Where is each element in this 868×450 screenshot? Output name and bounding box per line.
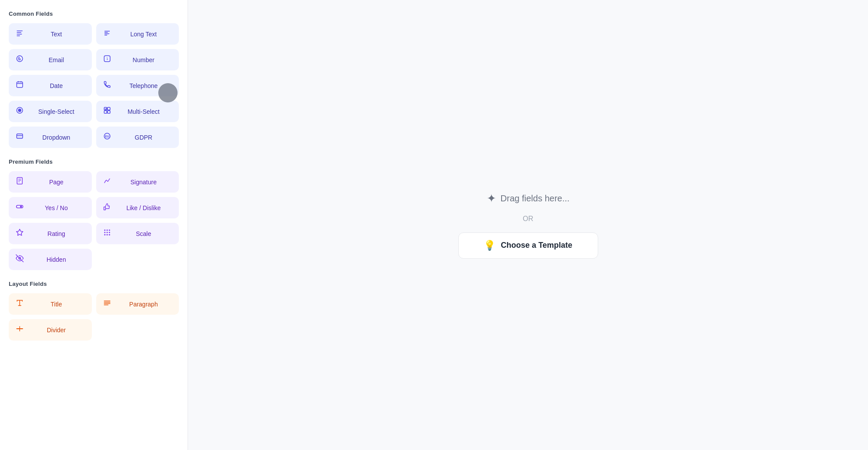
paragraph-icon [103,299,111,309]
like-dislike-icon [103,203,111,213]
svg-rect-18 [17,134,23,139]
svg-point-28 [20,206,22,208]
text-icon [16,29,24,39]
svg-point-31 [106,229,108,231]
field-label: Long Text [115,31,172,38]
layout-fields-title: Layout Fields [9,281,179,287]
field-label: GDPR [115,134,172,141]
field-btn-signature[interactable]: Signature [96,171,179,193]
drag-hint-text: Drag fields here... [501,193,570,204]
scale-icon [103,229,111,239]
field-btn-page[interactable]: Page [9,171,92,193]
field-btn-paragraph[interactable]: Paragraph [96,293,179,315]
svg-point-32 [108,229,110,231]
bulb-icon: 💡 [484,240,495,251]
field-label: Email [28,56,85,63]
field-label: Page [28,179,85,186]
field-btn-title[interactable]: Title [9,293,92,315]
divider-icon [16,325,24,335]
dropdown-icon [16,132,24,142]
gdpr-icon: EU [103,132,111,142]
common-fields-grid: Text Long Text Email 1 Number [9,23,179,148]
svg-rect-15 [104,111,107,113]
field-label: Number [115,56,172,63]
svg-rect-3 [17,35,20,36]
field-label: Date [28,82,85,89]
svg-rect-2 [17,34,22,35]
field-label: Hidden [28,256,85,263]
long-text-icon [103,29,111,39]
field-btn-text[interactable]: Text [9,23,92,45]
rating-icon [16,229,24,239]
field-btn-gdpr[interactable]: EU GDPR [96,127,179,148]
svg-rect-0 [17,31,23,32]
hidden-icon [16,254,24,264]
svg-point-37 [106,234,108,236]
field-label: Signature [115,179,172,186]
field-btn-like-dislike[interactable]: Like / Dislike [96,197,179,218]
field-btn-long-text[interactable]: Long Text [96,23,179,45]
field-label: Multi-Select [115,108,172,115]
field-label: Single-Select [28,108,85,115]
field-label: Scale [115,230,172,237]
drag-hint: ✦ Drag fields here... [487,192,570,205]
premium-fields-grid: Page Signature Yes / No Like / Dislike [9,171,179,270]
premium-fields-title: Premium Fields [9,158,179,165]
svg-point-13 [18,109,21,112]
svg-text:1: 1 [106,57,108,61]
single-select-icon [16,106,24,116]
svg-point-36 [104,234,105,236]
title-icon [16,299,24,309]
svg-point-5 [19,58,20,59]
svg-point-30 [104,229,105,231]
field-btn-hidden[interactable]: Hidden [9,249,92,270]
field-label: Like / Dislike [115,204,172,211]
field-label: Rating [28,230,85,237]
field-label: Yes / No [28,204,85,211]
field-btn-rating[interactable]: Rating [9,223,92,244]
choose-template-label: Choose a Template [501,241,572,250]
svg-point-34 [106,232,108,233]
telephone-icon [103,81,111,91]
svg-text:EU: EU [105,135,109,138]
sparkle-icon: ✦ [487,192,496,205]
choose-template-button[interactable]: 💡 Choose a Template [458,232,598,259]
field-btn-divider[interactable]: Divider [9,319,92,341]
drop-zone: ✦ Drag fields here... OR 💡 Choose a Temp… [458,192,598,259]
multi-select-icon [103,106,111,116]
email-icon [16,55,24,65]
signature-icon [103,177,111,187]
field-label: Dropdown [28,134,85,141]
or-divider: OR [523,215,533,223]
svg-point-33 [104,232,105,233]
layout-fields-grid: Title Paragraph Divider [9,293,179,341]
left-panel: Common Fields Text Long Text Email 1 [0,0,188,450]
svg-rect-8 [17,82,23,88]
field-btn-scale[interactable]: Scale [96,223,179,244]
field-btn-dropdown[interactable]: Dropdown [9,127,92,148]
field-btn-number[interactable]: 1 Number [96,49,179,70]
field-label: Title [28,301,85,308]
field-btn-yes-no[interactable]: Yes / No [9,197,92,218]
svg-rect-23 [17,178,22,184]
drag-indicator [158,83,178,102]
field-label: Text [28,31,85,38]
page-icon [16,177,24,187]
canvas-area: ✦ Drag fields here... OR 💡 Choose a Temp… [188,0,868,450]
field-btn-single-select[interactable]: Single-Select [9,101,92,122]
svg-marker-29 [17,229,23,236]
svg-point-35 [108,232,110,233]
common-fields-title: Common Fields [9,11,179,17]
date-icon [16,81,24,91]
field-label: Divider [28,327,85,334]
field-label: Paragraph [115,301,172,308]
yes-no-icon [16,203,24,213]
field-btn-multi-select[interactable]: Multi-Select [96,101,179,122]
field-btn-email[interactable]: Email [9,49,92,70]
svg-rect-17 [107,111,110,113]
svg-point-38 [108,234,110,236]
svg-rect-1 [17,32,21,33]
svg-rect-16 [107,107,110,110]
number-icon: 1 [103,55,111,65]
field-btn-date[interactable]: Date [9,75,92,96]
